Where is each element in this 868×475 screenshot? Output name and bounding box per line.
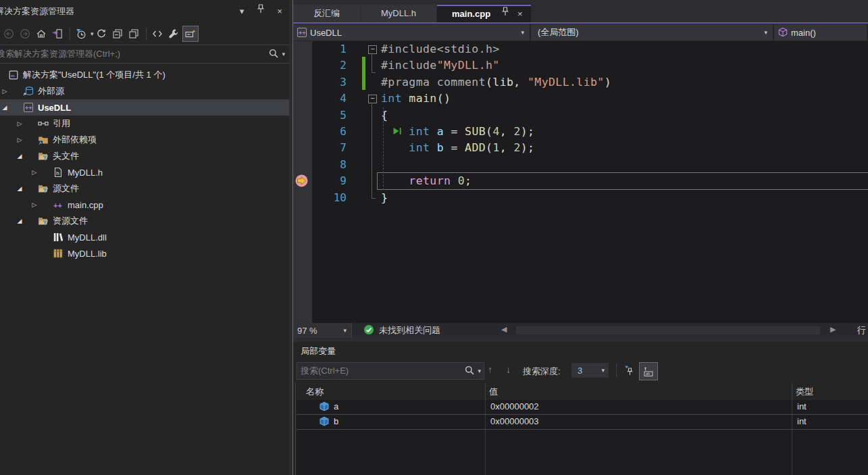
forward-button[interactable] — [18, 26, 32, 41]
view-code-button[interactable] — [150, 26, 165, 41]
code-line-1[interactable]: 1−#include<stdio.h> — [293, 41, 868, 57]
close-icon[interactable]: × — [274, 0, 285, 23]
column-header-type[interactable]: 类型 — [796, 386, 813, 398]
search-depth-dropdown[interactable]: 3 ▾ — [571, 363, 609, 378]
line-number[interactable]: 4 — [293, 90, 347, 107]
fold-collapse-icon[interactable]: − — [368, 45, 377, 54]
search-icon[interactable] — [464, 365, 475, 378]
locals-panel-title[interactable]: 局部变量 — [293, 342, 868, 361]
variable-name[interactable]: b — [334, 416, 338, 426]
code-line-5[interactable]: 5{ — [293, 107, 868, 124]
chevron-down-icon: ▾ — [764, 29, 767, 36]
chevron-down-icon[interactable]: ▾ — [478, 368, 481, 374]
code-line-8[interactable]: 8 — [293, 156, 868, 173]
back-button[interactable] — [1, 26, 16, 41]
search-next-button[interactable]: ↓ — [506, 364, 511, 375]
chevron-down-icon[interactable]: ▾ — [236, 0, 247, 23]
expand-arrow-icon[interactable]: ▷ — [0, 88, 9, 95]
expand-arrow-icon[interactable]: ▷ — [30, 169, 39, 176]
run-to-cursor-icon[interactable] — [392, 126, 402, 136]
solution-explorer-search[interactable]: 搜索解决方案资源管理器(Ctrl+;) ▾ — [0, 45, 289, 64]
expand-arrow-icon[interactable]: ▷ — [15, 136, 24, 143]
column-separator[interactable] — [792, 383, 792, 400]
variable-name[interactable]: a — [334, 401, 338, 411]
refresh-button[interactable] — [94, 26, 109, 41]
code-line-6[interactable]: 6 int a = SUB(4, 2); — [293, 123, 868, 140]
search-icon[interactable] — [268, 48, 279, 61]
tab--[interactable]: 反汇编 — [293, 5, 360, 22]
line-number[interactable]: 1 — [293, 41, 347, 57]
tree-item-main.cpp[interactable]: ▷++main.cpp — [0, 197, 289, 213]
line-number[interactable]: 8 — [293, 156, 347, 173]
search-previous-button[interactable]: ↑ — [488, 364, 492, 375]
pin-icon[interactable] — [255, 0, 266, 23]
pin-ab-toggle-button[interactable]: ab — [639, 362, 658, 380]
code-line-3[interactable]: 3#pragma comment(lib, "MyDLL.lib") — [293, 74, 868, 91]
locals-row-a[interactable]: a0x00000002int — [297, 400, 868, 415]
search-depth-value: 3 — [578, 366, 582, 376]
document-health-indicator[interactable]: 未找到相关问题 — [363, 323, 440, 338]
collapse-arrow-icon[interactable]: ◢ — [15, 218, 24, 224]
expand-arrow-icon[interactable]: ▷ — [30, 201, 39, 208]
tree-item-label: 引用 — [53, 118, 70, 130]
properties-button[interactable] — [166, 26, 181, 41]
tree-item-mydll.lib[interactable]: MyDLL.lib — [0, 245, 289, 261]
tree-item-mydll.dll[interactable]: MyDLL.dll — [0, 229, 289, 245]
code-line-10[interactable]: 10} — [293, 189, 868, 206]
tab-main.cpp[interactable]: main.cpp× — [437, 5, 531, 22]
tree-item--usedll-1-1-[interactable]: ∞解决方案"UseDLL"(1 个项目/共 1 个) — [0, 67, 289, 83]
scroll-left-arrow[interactable]: ◀ — [501, 325, 507, 334]
fold-collapse-icon[interactable]: − — [368, 95, 377, 103]
code-line-2[interactable]: 2#include"MyDLL.h" — [293, 57, 868, 74]
collapse-arrow-icon[interactable]: ◢ — [0, 104, 9, 111]
code-line-7[interactable]: 7 int b = ADD(1, 2); — [293, 139, 868, 156]
horizontal-scrollbar-thumb[interactable] — [516, 326, 820, 334]
member-dropdown[interactable]: main() — [774, 24, 868, 41]
project-dropdown[interactable]: ++ UseDLL ▾ — [293, 24, 531, 41]
locals-row-b[interactable]: b0x00000003int — [297, 415, 868, 430]
line-number[interactable]: 6 — [293, 123, 347, 140]
tab-mydll.h[interactable]: MyDLL.h — [361, 5, 436, 22]
tree-item--[interactable]: ▷引用 — [0, 116, 289, 132]
tree-item-mydll.h[interactable]: ▷hMyDLL.h — [0, 164, 289, 180]
line-number[interactable]: 7 — [293, 139, 347, 156]
locals-search-input[interactable]: 搜索(Ctrl+E) ▾ — [297, 362, 484, 380]
line-number[interactable]: 3 — [293, 74, 347, 91]
collapse-all-button[interactable] — [110, 26, 125, 41]
variable-value[interactable]: 0x00000003 — [490, 416, 539, 426]
chevron-down-icon[interactable]: ▾ — [282, 51, 285, 57]
preview-selected-items-button[interactable] — [182, 26, 199, 42]
line-number[interactable]: 2 — [293, 57, 347, 74]
pin-icon[interactable] — [500, 6, 511, 22]
tree-item--[interactable]: ▷外部依赖项 — [0, 132, 289, 148]
current-statement-arrow-icon[interactable] — [295, 174, 308, 187]
locals-grid: 名称 值 类型 a0x00000002intb0x00000003int — [293, 383, 868, 475]
pending-changes-filter-button[interactable] — [74, 26, 88, 41]
collapse-arrow-icon[interactable]: ◢ — [15, 185, 24, 192]
variable-value[interactable]: 0x00000002 — [490, 401, 539, 411]
home-button[interactable] — [34, 26, 49, 41]
column-header-value[interactable]: 值 — [489, 386, 498, 398]
line-number[interactable]: 10 — [293, 189, 347, 206]
collapse-arrow-icon[interactable]: ◢ — [15, 153, 24, 159]
zoom-dropdown[interactable]: 97 % ▾ — [293, 323, 352, 338]
flag-pin-icon[interactable] — [622, 364, 637, 378]
code-editor[interactable]: 1−#include<stdio.h>2#include"MyDLL.h"3#p… — [293, 41, 868, 323]
tree-item--[interactable]: ▷外部源 — [0, 83, 289, 99]
expand-arrow-icon[interactable]: ▷ — [15, 120, 24, 127]
column-header-name[interactable]: 名称 — [306, 386, 324, 398]
close-icon[interactable]: × — [517, 7, 523, 22]
scroll-right-arrow[interactable]: ▶ — [830, 325, 836, 334]
code-line-4[interactable]: 4−int main() — [293, 90, 868, 107]
tree-item--[interactable]: ◢头文件 — [0, 148, 289, 164]
show-all-files-button[interactable] — [126, 26, 141, 41]
tree-item--[interactable]: ◢源文件 — [0, 180, 289, 197]
sync-with-active-document-button[interactable] — [50, 26, 65, 41]
scope-dropdown[interactable]: (全局范围) ▾ — [531, 24, 774, 41]
column-separator[interactable] — [485, 383, 486, 400]
line-number[interactable]: 5 — [293, 107, 347, 124]
solution-explorer-titlebar[interactable]: 解决方案资源管理器 ▾ × — [0, 0, 289, 23]
scope-dropdown-value: (全局范围) — [538, 26, 579, 39]
tree-item-usedll[interactable]: ◢++UseDLL — [0, 99, 289, 116]
tree-item--[interactable]: ◢资源文件 — [0, 213, 289, 229]
